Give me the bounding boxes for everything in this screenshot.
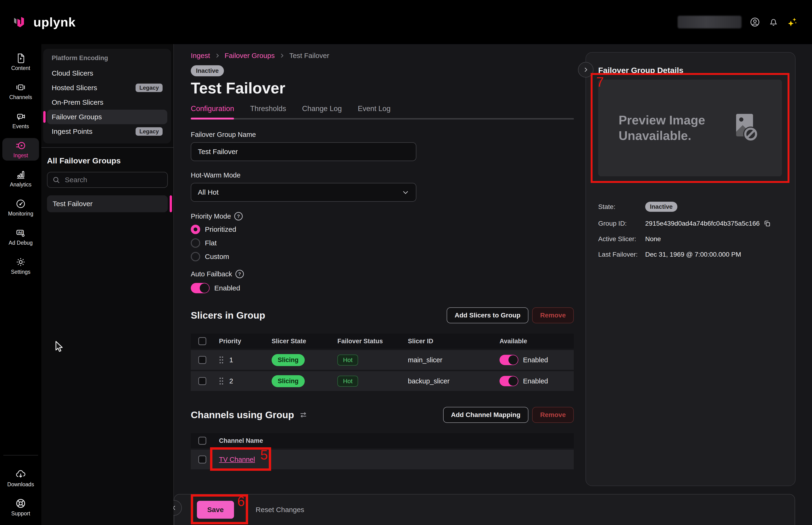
active-slicer-value: None [645,235,783,243]
sidebar-item-downloads[interactable]: Downloads [2,467,39,489]
radio-label: Flat [205,239,217,247]
search-box [47,172,168,188]
support-icon [15,498,26,509]
preview-unavailable-text: Preview Image Unavailable. [619,112,718,144]
svg-text:Ad: Ad [18,230,23,234]
sidebar-item-monitoring[interactable]: Monitoring [2,196,39,219]
tab-change-log[interactable]: Change Log [302,104,342,118]
toggle-state-label: Enabled [523,356,548,364]
topbar-right [678,16,798,28]
auto-failback-label: Auto Failback ? [191,270,574,278]
help-icon[interactable]: ? [235,270,244,278]
hot-warm-mode-select[interactable]: All Hot [191,183,416,202]
user-avatar-icon[interactable] [750,17,760,28]
uplynk-logo[interactable]: uplynk [12,14,76,31]
bell-icon[interactable] [768,17,779,27]
tab-configuration[interactable]: Configuration [191,104,234,118]
reset-changes-button[interactable]: Reset Changes [253,505,307,514]
tab-thresholds[interactable]: Thresholds [250,104,286,118]
auto-failback-toggle[interactable] [191,283,210,293]
nav-item-label: Cloud Slicers [52,69,93,77]
nav-item-label: On-Prem Slicers [52,99,103,106]
platform-encoding-panel: Platform Encoding Cloud Slicers Hosted S… [43,49,171,144]
channels-section-header: Channels using Group Add Channel Mapping… [191,407,574,423]
slicer-state-badge: Slicing [271,375,305,387]
nav-item-ingest-points[interactable]: Ingest Points Legacy [47,124,167,139]
ad-debug-icon: Ad [15,227,26,238]
channels-section-title: Channels using Group [191,409,294,421]
detail-label: Group ID: [598,220,645,227]
sidebar-item-ingest[interactable]: Ingest [2,138,39,161]
last-failover-value: Dec 31, 1969 @ 7:00:00.000 PM [645,251,783,258]
groups-section-title: All Failover Groups [47,156,168,165]
remove-slicers-button[interactable]: Remove [532,308,574,323]
nav-item-cloud-slicers[interactable]: Cloud Slicers [47,66,167,80]
search-input[interactable] [64,175,163,184]
table-row: 2 Slicing Hot backup_slicer Enabled [191,371,574,391]
nav-item-failover-groups[interactable]: Failover Groups [47,110,167,124]
column-header: Available [494,338,574,345]
row-checkbox[interactable] [198,377,206,385]
nav-item-on-prem-slicers[interactable]: On-Prem Slicers [47,95,167,110]
copy-icon[interactable] [763,220,771,227]
add-slicers-button[interactable]: Add Slicers to Group [447,308,528,323]
nav-item-hosted-slicers[interactable]: Hosted Slicers Legacy [47,80,167,95]
breadcrumb-link-failover-groups[interactable]: Failover Groups [225,52,275,60]
slicers-section-title: Slicers in Group [191,310,265,321]
priority-mode-label-text: Priority Mode [191,212,231,220]
main-region: Ingest Failover Groups Test Failover Ina… [173,44,812,525]
monitoring-icon [15,198,26,209]
slicer-id: backup_slicer [402,377,494,385]
remove-channel-button[interactable]: Remove [532,407,574,423]
annotation-number-6: 6 [237,493,245,509]
available-toggle[interactable] [500,355,518,365]
select-all-checkbox[interactable] [198,437,206,445]
priority-value: 1 [229,356,233,364]
nav-item-label: Hosted Slicers [52,84,97,92]
select-all-checkbox[interactable] [198,337,206,345]
row-checkbox[interactable] [198,455,206,464]
channels-icon [15,82,26,93]
radio-button-icon [191,238,200,248]
slicers-table-header: Priority Slicer State Failover Status Sl… [191,334,574,349]
tab-bar: Configuration Thresholds Change Log Even… [191,104,574,120]
annotation-box-7: 7 Preview Image Unavailable. [591,73,789,183]
uplynk-app: uplynk [0,0,812,525]
sparkles-icon[interactable] [787,16,798,28]
radio-custom[interactable]: Custom [191,252,574,261]
sidebar-item-ad-debug[interactable]: Ad Ad Debug [2,225,39,248]
row-checkbox[interactable] [198,356,206,364]
breadcrumb-link-ingest[interactable]: Ingest [191,52,210,60]
account-name-redacted[interactable] [678,16,741,28]
sidebar-item-events[interactable]: Events [2,109,39,132]
sidebar-item-channels[interactable]: Channels [2,80,39,102]
preview-image-placeholder: Preview Image Unavailable. [598,79,782,176]
details-fields: State: Inactive Group ID: 2915e439d0ad4a… [598,202,783,258]
all-failover-groups-section: All Failover Groups Test Failover [41,148,173,212]
failover-status-badge: Hot [337,355,358,365]
sidebar-item-label: Ingest [13,152,28,159]
sidebar-item-analytics[interactable]: Analytics [2,167,39,190]
group-name-input[interactable] [191,142,416,161]
breadcrumb: Ingest Failover Groups Test Failover [191,52,574,60]
sidebar-item-content[interactable]: Content [2,51,39,73]
priority-mode-label: Priority Mode ? [191,212,574,221]
tv-channel-link[interactable]: TV Channel [219,456,255,464]
help-icon[interactable]: ? [234,212,243,221]
available-toggle[interactable] [500,376,518,386]
add-channel-mapping-button[interactable]: Add Channel Mapping [443,407,529,423]
failover-group-details-panel: Failover Group Details 7 Preview Image U… [586,52,796,486]
group-list-item-test-failover[interactable]: Test Failover [47,195,168,212]
detail-row-last-failover: Last Failover: Dec 31, 1969 @ 7:00:00.00… [598,251,783,258]
sidebar-item-support[interactable]: Support [2,496,39,519]
radio-prioritized[interactable]: Prioritized [191,225,574,234]
tab-event-log[interactable]: Event Log [358,104,391,118]
detail-row-group-id: Group ID: 2915e439d0ad4a74b6fc04b375a5c1… [598,220,783,227]
drag-handle-icon[interactable] [219,356,224,364]
drag-handle-icon[interactable] [219,377,224,385]
settings-icon [15,257,26,267]
save-button[interactable]: Save [197,501,234,519]
slicers-table: Priority Slicer State Failover Status Sl… [191,334,574,391]
radio-flat[interactable]: Flat [191,238,574,248]
sidebar-item-settings[interactable]: Settings [2,255,39,277]
